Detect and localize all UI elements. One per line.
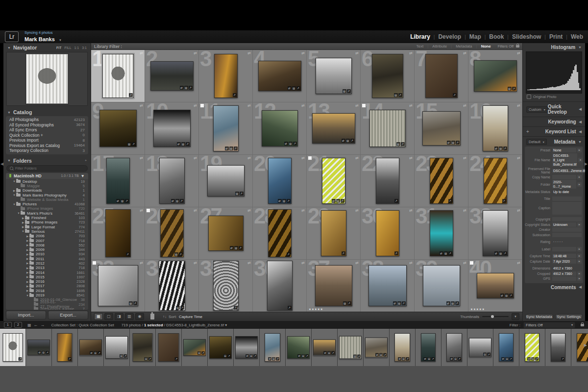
filmstrip-thumbnail-green-room-orange-chair[interactable]: ▤↗ (183, 339, 206, 356)
badge-icon[interactable]: ↗ (179, 252, 183, 256)
catalog-item[interactable]: All Synced Photographs3674 (6, 122, 88, 128)
grid-cell-12[interactable]: 12⇄⇄▤↗ (253, 102, 307, 155)
disclosure-triangle-icon[interactable]: ▶ (25, 235, 29, 238)
badge-icon[interactable]: ⇄ (245, 354, 249, 358)
badge-icon[interactable]: ▤ (427, 357, 431, 361)
badge-icon[interactable]: ↗ (561, 357, 564, 361)
grid-cell-16[interactable]: 16⇄⇄▤↗ (468, 102, 522, 155)
zoom-option-3-1[interactable]: 3:1 (82, 46, 87, 49)
badge-icon[interactable]: ▤ (444, 251, 448, 255)
photo-thumbnail-yellow-coat-abandoned[interactable]: ↗ (214, 54, 238, 98)
photo-thumbnail-misty-mountain[interactable]: ⇄▤↗ (422, 111, 461, 146)
grid-cell-7[interactable]: 7⇄↗ (415, 50, 468, 102)
badge-icon[interactable]: ⇄ (393, 301, 397, 305)
grid-cell-2[interactable]: 2⇄⇄▤↗ (145, 50, 199, 102)
badge-icon[interactable]: ▤ (176, 306, 180, 310)
photo-thumbnail-lake-islands[interactable]: ⇄▤↗ (368, 265, 407, 306)
grid-cell-32[interactable]: 32⇄⇄▤↗ (468, 207, 522, 260)
filmstrip-thumbnail-moody-seascape[interactable]: ⇄▤↗ (27, 340, 50, 355)
metadata-value[interactable] (552, 227, 582, 232)
disclosure-triangle-icon[interactable]: ▶ (25, 248, 29, 251)
module-slideshow[interactable]: Slideshow (512, 33, 541, 40)
filmstrip-thumbnail-white-door-bw[interactable]: ▤↗ (105, 336, 128, 359)
grid-cell-26[interactable]: 26⇄▤↗ (145, 207, 199, 260)
filmstrip-thumbnail-brown-abstract[interactable]: ↗ (158, 333, 179, 362)
identity-plate[interactable]: Syncing 4 photos Mark Banks ▾ (24, 31, 61, 43)
badge-icon[interactable]: ↗ (509, 294, 513, 297)
badge-icon[interactable]: ▤ (272, 357, 275, 361)
filter-lock-icon[interactable] (516, 45, 519, 48)
filmstrip-thumbnail-street-corner-bw[interactable]: ⇄▤↗ (446, 333, 462, 362)
badge-icon[interactable]: ⇄ (501, 357, 505, 361)
badge-icon[interactable]: ▤ (249, 354, 253, 358)
disclosure-triangle-icon[interactable]: ▼ (12, 203, 16, 206)
metadata-value[interactable]: 2020-0...7_Home (552, 180, 576, 189)
badge-icon[interactable]: ↗ (453, 93, 457, 97)
photo-thumbnail-bridge-city-bw[interactable]: ⇄▤↗ (483, 210, 508, 256)
filmstrip-cell-19[interactable]: ▤↗ (467, 329, 493, 366)
badge-icon[interactable]: ⇄ (225, 147, 229, 150)
badge-icon[interactable]: ▤ (301, 354, 305, 358)
navigator-preview-area[interactable] (6, 52, 88, 106)
collapse-triangle-icon[interactable]: ▼ (578, 46, 582, 49)
photo-thumbnail-gold-diagonal[interactable]: ↗ (268, 209, 292, 257)
badge-icon[interactable]: ⇄ (494, 147, 498, 150)
pick-flag-icon[interactable] (146, 208, 150, 213)
toolbar-options-dropdown[interactable]: ▼ (512, 313, 519, 320)
folder-tree-item[interactable]: ▶20181695 (6, 289, 88, 293)
badge-icon[interactable]: ⇄ (450, 357, 453, 361)
folder-tree-item[interactable]: ▼Serious27411 (6, 229, 88, 234)
photo-thumbnail-gold-rays-abstract[interactable]: ↗ (484, 158, 507, 204)
grid-cell-18[interactable]: 18⇄⇄▤↗ (145, 155, 199, 207)
grid-cell-15[interactable]: 15⇄⇄▤↗ (415, 102, 468, 155)
module-develop[interactable]: Develop (438, 33, 461, 40)
keywording-header[interactable]: Keywording ◀ (523, 118, 585, 126)
filmstrip-thumbnail-rainbow-coast[interactable]: ⇄▤↗ (287, 336, 310, 359)
folder-tree-item[interactable]: ▶2013718 (6, 266, 88, 270)
badge-icon[interactable]: ▤ (499, 147, 503, 150)
badge-icon[interactable]: ▤ (197, 351, 201, 355)
filmstrip-thumbnail-old-staircase[interactable]: ▤↗ (133, 333, 153, 362)
grid-cell-27[interactable]: 27⇄⇄▤↗ (199, 207, 253, 260)
folder-tree-item[interactable]: ▶Finished103 (6, 216, 88, 220)
badge-icon[interactable]: ▤ (483, 353, 487, 356)
folder-tree-item[interactable]: iPhone Images720 (6, 206, 88, 211)
keyword-list-header[interactable]: + Keyword List ◀ (523, 127, 585, 136)
catalog-item[interactable]: All Photographs42123 (6, 117, 88, 122)
collapse-triangle-icon[interactable]: ▼ (7, 46, 11, 49)
star-rating[interactable]: ★★★★★ (470, 308, 485, 311)
badge-icon[interactable]: ▤ (343, 89, 346, 93)
badge-icon[interactable]: ↗ (296, 86, 300, 90)
navigator-preview-image[interactable] (26, 54, 68, 104)
badge-icon[interactable]: ▤ (346, 139, 350, 143)
badge-icon[interactable]: ↗ (398, 93, 402, 97)
pick-flag-icon[interactable] (469, 261, 474, 265)
grid-view-icon[interactable]: ▦ (27, 323, 31, 327)
filmstrip-thumbnail-interior-window-bw[interactable]: ▤↗ (469, 338, 491, 357)
window-2-button[interactable]: 2 (14, 322, 22, 328)
metadata-value[interactable]: 18:48:48 (552, 254, 576, 258)
badge-icon[interactable]: ↗ (509, 357, 513, 361)
badge-icon[interactable]: ▤ (184, 86, 188, 90)
filters-state-dropdown[interactable]: Filters Off (498, 44, 514, 49)
grid-cell-20[interactable]: 20⇄⇄▤↗ (253, 155, 307, 207)
badge-icon[interactable]: ▤ (353, 355, 357, 358)
metadata-value[interactable]: None (552, 148, 576, 152)
badge-icon[interactable]: ↗ (227, 354, 231, 358)
metadata-action-icon[interactable]: ▸ (577, 254, 582, 258)
photo-thumbnail-gold-zigzag[interactable]: ▤↗ (160, 209, 184, 257)
metadata-action-icon[interactable]: ▸ (577, 148, 582, 152)
filmstrip-cell-9[interactable]: ▤↗ (208, 329, 234, 366)
filmstrip-cell-11[interactable]: ⇄▤↗ (260, 329, 286, 366)
photo-thumbnail-interior-window-bw[interactable]: ▤↗ (207, 165, 245, 196)
badge-icon[interactable]: ↗ (126, 252, 130, 256)
module-library[interactable]: Library (410, 33, 430, 40)
metadata-value[interactable] (552, 233, 582, 237)
badge-icon[interactable]: ↗ (234, 147, 238, 150)
filmstrip-thumbnail-gold-stripes-abstract[interactable]: ↗ (577, 333, 588, 362)
photo-thumbnail-windmill-sunset[interactable]: ⇄▤↗ (312, 113, 355, 144)
grid-cell-36[interactable]: 36⇄↗ (253, 260, 307, 312)
filmstrip-cell-16[interactable]: ⇄▤↗ (390, 329, 416, 366)
badge-icon[interactable]: ▤ (94, 351, 97, 355)
badge-icon[interactable]: ⇄ (297, 354, 301, 358)
